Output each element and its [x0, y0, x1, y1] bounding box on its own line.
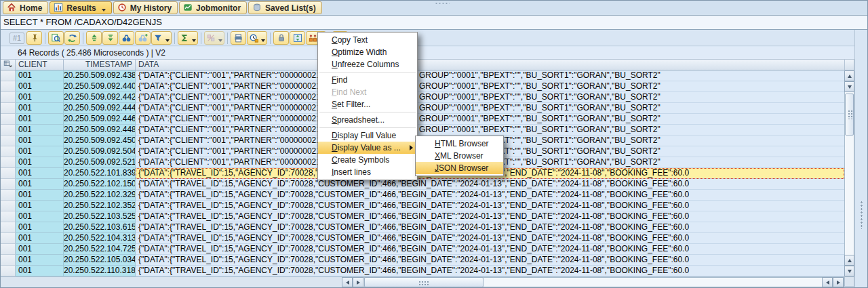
cell-client[interactable]: 001 [16, 211, 64, 222]
cell-timestamp[interactable]: 20.250.522.101.839 [64, 168, 136, 179]
hscroll-right-button-2[interactable] [833, 277, 844, 287]
menu-item-copy-text[interactable]: Copy Text [318, 34, 417, 46]
table-row[interactable]: 00120.250.522.102.352{"DATA":{"TRAVEL_ID… [1, 201, 844, 211]
menu-item-find[interactable]: Find [318, 74, 417, 86]
menu-item-html-browser[interactable]: HTML Browser [416, 138, 503, 150]
tab-results[interactable]: Results [50, 1, 111, 14]
cell-client[interactable]: 001 [16, 146, 64, 157]
tab-my-history[interactable]: My History [113, 1, 178, 14]
cell-data[interactable]: {"DATA":{"TRAVEL_ID":15,"AGENCY_ID":7002… [136, 179, 844, 190]
subtotals-button[interactable] [204, 31, 224, 45]
row-selector[interactable] [1, 190, 16, 201]
menu-item-display-full-value[interactable]: Display Full Value [318, 129, 417, 142]
vscroll-up-button-2[interactable] [844, 255, 854, 266]
menu-item-create-symbols[interactable]: Create Symbols [318, 154, 417, 166]
vscroll-down-button[interactable] [844, 81, 854, 92]
cell-client[interactable]: 001 [16, 103, 64, 114]
cell-data[interactable]: {"DATA":{"CLIENT":"001","PARTNER":"00000… [136, 70, 844, 81]
vscroll-down-button-2[interactable] [844, 266, 854, 276]
cell-client[interactable]: 001 [16, 136, 64, 146]
cell-timestamp[interactable]: 20.250.522.103.525 [64, 211, 136, 222]
splitter-grip-top[interactable] [435, 2, 450, 5]
cell-timestamp[interactable]: 20.250.509.092.440 [64, 81, 136, 92]
table-row[interactable]: 00120.250.522.105.034{"DATA":{"TRAVEL_ID… [1, 255, 844, 266]
row-limit-chip[interactable]: #1 [9, 33, 24, 44]
row-selector[interactable] [1, 179, 16, 190]
find-next-button[interactable] [135, 31, 151, 45]
row-selector[interactable] [1, 70, 16, 81]
sum-button[interactable] [178, 31, 198, 45]
find-button[interactable] [119, 31, 134, 45]
cell-data[interactable]: {"DATA":{"TRAVEL_ID":15,"AGENCY_ID":7002… [136, 255, 844, 266]
sort-ascending-button[interactable] [86, 31, 102, 45]
cell-timestamp[interactable]: 20.250.522.102.352 [64, 201, 136, 211]
row-selector[interactable] [1, 103, 16, 114]
menu-item-optimize-width[interactable]: Optimize Width [318, 46, 417, 58]
cell-client[interactable]: 001 [16, 168, 64, 179]
cell-data[interactable]: {"DATA":{"CLIENT":"001","PARTNER":"00000… [136, 114, 844, 125]
pin-button[interactable] [26, 31, 42, 45]
cell-client[interactable]: 001 [16, 201, 64, 211]
cell-client[interactable]: 001 [16, 190, 64, 201]
refresh-button[interactable] [64, 31, 80, 45]
cell-client[interactable]: 001 [16, 233, 64, 244]
expand-button[interactable] [290, 31, 305, 45]
row-selector[interactable] [1, 244, 16, 255]
menu-item-spreadsheet[interactable]: Spreadsheet... [318, 114, 417, 126]
cell-data[interactable]: {"DATA":{"CLIENT":"001","PARTNER":"00000… [136, 81, 844, 92]
table-row[interactable]: 00120.250.509.092.448{"DATA":{"CLIENT":"… [1, 125, 844, 136]
hscroll-thumb[interactable] [364, 277, 484, 287]
table-row[interactable]: 00120.250.522.103.525{"DATA":{"TRAVEL_ID… [1, 211, 844, 222]
cell-timestamp[interactable]: 20.250.522.104.313 [64, 233, 136, 244]
cell-client[interactable]: 001 [16, 244, 64, 255]
table-row[interactable]: 00120.250.509.092.444{"DATA":{"CLIENT":"… [1, 103, 844, 114]
cell-timestamp[interactable]: 20.250.509.092.444 [64, 103, 136, 114]
cell-timestamp[interactable]: 20.250.522.102.150 [64, 179, 136, 190]
cell-client[interactable]: 001 [16, 125, 64, 136]
hscroll-left-button[interactable] [342, 277, 353, 287]
vscroll-thumb[interactable] [845, 94, 854, 136]
tab-saved-list-s[interactable]: Saved List(s) [248, 1, 322, 14]
cell-timestamp[interactable]: 20.250.522.103.615 [64, 222, 136, 233]
cell-timestamp[interactable]: 20.250.509.092.438 [64, 70, 136, 81]
cell-timestamp[interactable]: 20.250.509.092.446 [64, 114, 136, 125]
cell-client[interactable]: 001 [16, 81, 64, 92]
row-selector[interactable] [1, 114, 16, 125]
cell-timestamp[interactable]: 20.250.509.092.450 [64, 136, 136, 146]
column-header-data[interactable]: DATA [136, 60, 844, 70]
row-selector[interactable] [1, 92, 16, 103]
lock-button[interactable] [273, 31, 289, 45]
cell-client[interactable]: 001 [16, 157, 64, 168]
cell-timestamp[interactable]: 20.250.522.104.725 [64, 244, 136, 255]
tab-menu-arrow-icon[interactable] [102, 9, 106, 12]
cell-timestamp[interactable]: 20.250.522.105.034 [64, 255, 136, 266]
row-selector[interactable] [1, 81, 16, 92]
row-selector[interactable] [1, 201, 16, 211]
table-row[interactable]: 00120.250.509.092.442{"DATA":{"CLIENT":"… [1, 92, 844, 103]
vscroll-up-button[interactable] [844, 70, 854, 81]
cell-data[interactable]: {"DATA":{"CLIENT":"001","PARTNER":"00000… [136, 92, 844, 103]
tab-jobmonitor[interactable]: Jobmonitor [179, 1, 247, 14]
row-selector[interactable] [1, 168, 16, 179]
cell-timestamp[interactable]: 20.250.509.092.521 [64, 157, 136, 168]
filter-button[interactable] [151, 31, 172, 45]
row-selector[interactable] [1, 157, 16, 168]
menu-item-unfreeze-columns[interactable]: Unfreeze Columns [318, 58, 417, 70]
row-selector[interactable] [1, 125, 16, 136]
print-button[interactable] [231, 31, 246, 45]
menu-item-json-browser[interactable]: JSON Browser [416, 162, 503, 174]
hscroll-right-button[interactable] [353, 277, 363, 287]
menu-item-display-value-as[interactable]: Display Value as ... [318, 142, 417, 154]
cell-data[interactable]: {"DATA":{"CLIENT":"001","PARTNER":"00000… [136, 125, 844, 136]
row-selector[interactable] [1, 146, 16, 157]
cell-timestamp[interactable]: 20.250.522.110.318 [64, 266, 136, 276]
cell-data[interactable]: {"DATA":{"TRAVEL_ID":15,"AGENCY_ID":7002… [136, 211, 844, 222]
table-row[interactable]: 00120.250.522.110.318{"DATA":{"TRAVEL_ID… [1, 266, 844, 276]
cell-timestamp[interactable]: 20.250.509.092.442 [64, 92, 136, 103]
row-selector[interactable] [1, 255, 16, 266]
table-row[interactable]: 00120.250.522.103.615{"DATA":{"TRAVEL_ID… [1, 222, 844, 233]
table-row[interactable]: 00120.250.522.102.329{"DATA":{"TRAVEL_ID… [1, 190, 844, 201]
select-all-header[interactable] [1, 60, 16, 70]
table-row[interactable]: 00120.250.522.102.150{"DATA":{"TRAVEL_ID… [1, 179, 844, 190]
sort-descending-button[interactable] [102, 31, 118, 45]
